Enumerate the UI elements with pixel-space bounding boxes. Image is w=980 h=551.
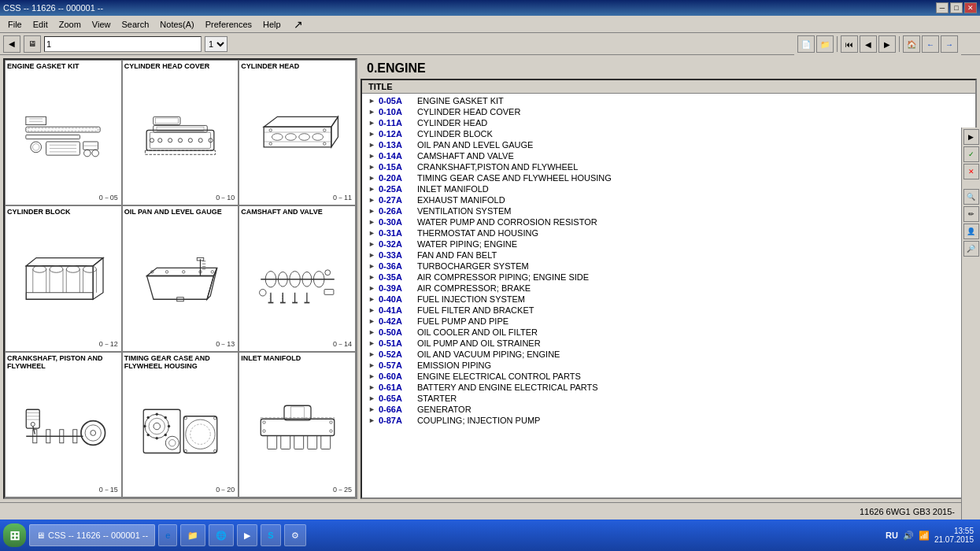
item-label: ENGINE GASKET KIT xyxy=(417,96,504,105)
arrow-icon: ► xyxy=(368,394,375,402)
svg-point-125 xyxy=(213,449,216,452)
arrow-tool-icon[interactable]: ↗ xyxy=(294,18,303,31)
new-doc-button[interactable]: 📄 xyxy=(797,35,815,53)
nav-combo-input[interactable]: 1 xyxy=(44,36,202,52)
side-btn-close[interactable]: ✕ xyxy=(963,164,979,179)
side-btn-edit[interactable]: ✏ xyxy=(963,206,979,222)
taskbar-item-media[interactable]: ▶ xyxy=(237,524,257,546)
parts-list[interactable]: ►0-05AENGINE GASKET KIT►0-10ACYLINDER HE… xyxy=(362,94,975,497)
parts-list-item[interactable]: ►0-05AENGINE GASKET KIT xyxy=(362,95,975,106)
parts-list-item[interactable]: ►0-10ACYLINDER HEAD COVER xyxy=(362,106,975,117)
side-btn-zoom[interactable]: 🔎 xyxy=(963,241,979,257)
part-cell-0-05[interactable]: ENGINE GASKET KIT xyxy=(5,60,122,205)
parts-list-item[interactable]: ►0-61ABATTERY AND ENGINE ELECTRICAL PART… xyxy=(362,382,975,393)
right-side-toolbar: ▶ ✓ ✕ 🔍 ✏ 👤 🔎 xyxy=(961,128,980,551)
status-bar: 11626 6WG1 GB3 2015- xyxy=(0,502,980,520)
taskbar-item-skype[interactable]: S xyxy=(261,524,280,546)
menu-notes[interactable]: Notes(A) xyxy=(155,18,198,31)
side-btn-search[interactable]: 🔍 xyxy=(963,189,979,205)
parts-list-item[interactable]: ►0-25AINLET MANIFOLD xyxy=(362,183,975,194)
parts-list-item[interactable]: ►0-32AWATER PIPING; ENGINE xyxy=(362,239,975,250)
part-cell-0-15[interactable]: CRANKSHAFT, PISTON AND FLYWHEEL xyxy=(5,352,122,497)
part-cell-0-11[interactable]: CYLINDER HEAD xyxy=(239,60,356,205)
side-btn-users[interactable]: 👤 xyxy=(963,224,979,239)
close-button[interactable]: ✕ xyxy=(964,2,977,13)
parts-list-item[interactable]: ►0-14ACAMSHAFT AND VALVE xyxy=(362,150,975,161)
minimize-button[interactable]: ─ xyxy=(936,2,949,13)
parts-list-item[interactable]: ►0-41AFUEL FILTER AND BRACKET xyxy=(362,305,975,316)
home-button[interactable]: 🏠 xyxy=(903,35,920,53)
part-cell-0-25[interactable]: INLET MANIFOLD xyxy=(239,352,356,497)
taskbar-clock[interactable]: 13:55 21.07.2015 xyxy=(934,527,974,544)
menu-view[interactable]: View xyxy=(87,18,116,31)
nav-back-button[interactable]: ◀ xyxy=(3,35,20,53)
toolbar-sep-2 xyxy=(899,36,900,52)
start-button[interactable]: ⊞ xyxy=(3,523,26,547)
parts-list-item[interactable]: ►0-87ACOUPLING; INJECTION PUMP xyxy=(362,415,975,426)
parts-list-item[interactable]: ►0-40AFUEL INJECTION SYSTEM xyxy=(362,294,975,305)
menu-search[interactable]: Search xyxy=(116,18,153,31)
side-btn-play[interactable]: ▶ xyxy=(963,129,979,145)
parts-list-item[interactable]: ►0-51AOIL PUMP AND OIL STRAINER xyxy=(362,338,975,349)
network-icon[interactable]: 📶 xyxy=(919,531,930,541)
parts-list-item[interactable]: ►0-42AFUEL PUMP AND PIPE xyxy=(362,316,975,327)
arrow-icon: ► xyxy=(368,108,375,116)
side-btn-check[interactable]: ✓ xyxy=(963,146,979,162)
first-button[interactable]: ⏮ xyxy=(841,35,858,53)
parts-list-item[interactable]: ►0-33AFAN AND FAN BELT xyxy=(362,250,975,261)
parts-list-item[interactable]: ►0-60AENGINE ELECTRICAL CONTROL PARTS xyxy=(362,371,975,382)
parts-list-item[interactable]: ►0-15ACRANKSHAFT,PISTON AND FLYWHEEL xyxy=(362,161,975,172)
maximize-button[interactable]: □ xyxy=(950,2,963,13)
parts-list-item[interactable]: ►0-50AOIL COOLER AND OIL FILTER xyxy=(362,327,975,338)
taskbar-item-chrome[interactable]: 🌐 xyxy=(209,524,234,546)
svg-point-21 xyxy=(158,139,162,142)
part-cell-0-10[interactable]: CYLINDER HEAD COVER xyxy=(122,60,239,205)
parts-list-item[interactable]: ►0-27AEXHAUST MANIFOLD xyxy=(362,194,975,205)
part-cell-0-20[interactable]: TIMING GEAR CASE AND FLYWHEEL HOUSING xyxy=(122,352,239,497)
parts-list-item[interactable]: ►0-36ATURBOCHARGER SYSTEM xyxy=(362,261,975,272)
parts-list-item[interactable]: ►0-13AOIL PAN AND LEVEL GAUGE xyxy=(362,139,975,150)
parts-list-item[interactable]: ►0-26AVENTILATION SYSTEM xyxy=(362,205,975,216)
item-code: 0-12A xyxy=(379,129,414,139)
menu-zoom[interactable]: Zoom xyxy=(54,18,86,31)
open-button[interactable]: 📁 xyxy=(816,35,834,53)
menu-edit[interactable]: Edit xyxy=(28,18,53,31)
next-button[interactable]: ▶ xyxy=(878,35,896,53)
part-cell-0-13[interactable]: OIL PAN AND LEVEL GAUGE xyxy=(122,205,239,351)
item-label: OIL PUMP AND OIL STRAINER xyxy=(417,338,541,348)
nav-forward-button[interactable]: 🖥 xyxy=(24,35,41,53)
menu-file[interactable]: File xyxy=(3,18,27,31)
svg-rect-17 xyxy=(150,132,210,149)
parts-list-item[interactable]: ►0-30AWATER PUMP AND CORROSION RESISTOR xyxy=(362,216,975,227)
parts-list-item[interactable]: ►0-11ACYLINDER HEAD xyxy=(362,117,975,128)
nav-dropdown[interactable]: 1 xyxy=(205,36,227,52)
parts-list-item[interactable]: ►0-20ATIMING GEAR CASE AND FLYWHEEL HOUS… xyxy=(362,172,975,183)
back-nav-button[interactable]: ← xyxy=(922,35,939,53)
taskbar-item-folder[interactable]: 📁 xyxy=(180,524,205,546)
taskbar-item-ie[interactable]: e xyxy=(158,524,177,546)
parts-list-item[interactable]: ►0-66AGENERATOR xyxy=(362,404,975,415)
part-num-0-10: 0－10 xyxy=(216,193,235,203)
taskbar-item-gear[interactable]: ⚙ xyxy=(284,524,306,546)
part-img-0-10 xyxy=(124,71,237,204)
item-code: 0-41A xyxy=(379,305,414,315)
menu-preferences[interactable]: Preferences xyxy=(201,18,257,31)
parts-list-item[interactable]: ►0-57AEMISSION PIPING xyxy=(362,360,975,371)
part-cell-0-12[interactable]: CYLINDER BLOCK xyxy=(5,205,122,351)
parts-list-item[interactable]: ►0-35AAIR COMPRESSOR PIPING; ENGINE SIDE xyxy=(362,272,975,283)
parts-list-item[interactable]: ►0-52AOIL AND VACUUM PIPING; ENGINE xyxy=(362,349,975,360)
menu-help[interactable]: Help xyxy=(258,18,286,31)
prev-button[interactable]: ◀ xyxy=(860,35,877,53)
clock-time: 13:55 xyxy=(954,527,974,535)
taskbar-item-css[interactable]: 🖥 CSS -- 11626 -- 000001 -- xyxy=(29,524,155,546)
part-cell-0-14[interactable]: CAMSHAFT AND VALVE xyxy=(239,205,356,351)
item-code: 0-52A xyxy=(379,349,414,359)
parts-list-item[interactable]: ►0-31ATHERMOSTAT AND HOUSING xyxy=(362,227,975,239)
svg-rect-132 xyxy=(284,405,311,420)
volume-icon[interactable]: 🔊 xyxy=(903,531,914,541)
parts-list-item[interactable]: ►0-39AAIR COMPRESSOR; BRAKE xyxy=(362,283,975,294)
parts-list-item[interactable]: ►0-65ASTARTER xyxy=(362,393,975,404)
parts-list-item[interactable]: ►0-12ACYLINDER BLOCK xyxy=(362,128,975,139)
forward-nav-button[interactable]: → xyxy=(941,35,958,53)
svg-point-46 xyxy=(33,266,46,273)
